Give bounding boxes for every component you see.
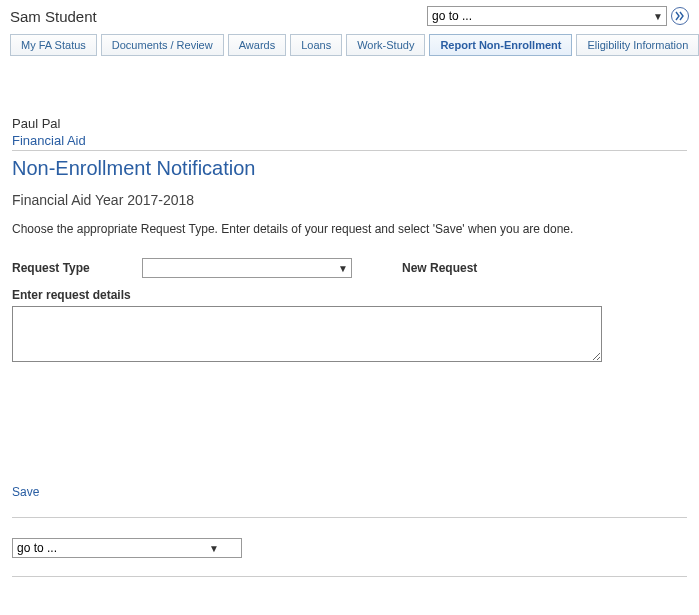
request-status: New Request [402,261,477,275]
aid-year-heading: Financial Aid Year 2017-2018 [12,192,687,208]
save-button[interactable]: Save [12,485,39,499]
tab-work-study[interactable]: Work-Study [346,34,425,56]
page-title: Non-Enrollment Notification [12,157,687,180]
chevron-double-right-icon [675,11,685,21]
request-details-textarea[interactable] [12,306,602,362]
nav-tabs: My FA Status Documents / Review Awards L… [10,34,689,56]
logged-in-name: Sam Student [10,8,97,25]
tab-eligibility-information[interactable]: Eligibility Information [576,34,699,56]
tab-report-non-enrollment[interactable]: Report Non-Enrollment [429,34,572,56]
request-details-label: Enter request details [12,288,687,302]
tab-my-fa-status[interactable]: My FA Status [10,34,97,56]
goto-go-button[interactable] [671,7,689,25]
goto-select-bottom[interactable]: go to ... [12,538,242,558]
divider [12,517,687,518]
divider [12,576,687,577]
student-name: Paul Pal [12,116,687,131]
tab-loans[interactable]: Loans [290,34,342,56]
breadcrumb[interactable]: Financial Aid [12,133,687,151]
instructions-text: Choose the appropriate Request Type. Ent… [12,220,687,238]
goto-select-top[interactable]: go to ... [427,6,667,26]
tab-documents-review[interactable]: Documents / Review [101,34,224,56]
request-type-label: Request Type [12,261,142,275]
tab-awards[interactable]: Awards [228,34,286,56]
request-type-select[interactable] [142,258,352,278]
